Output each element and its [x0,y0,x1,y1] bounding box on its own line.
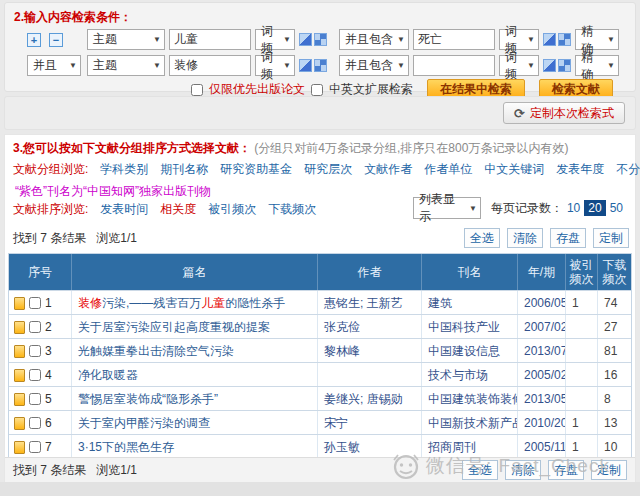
journal-link[interactable]: 中国建设信息 [428,344,500,358]
title-text: 关于室内甲醛污染的调查 [78,416,210,430]
add-condition-icon[interactable]: + [27,33,41,47]
journal-link[interactable]: 中国建筑装饰装修 [428,392,518,406]
result-title-link[interactable]: 净化取暖器 [78,368,138,382]
page-size-10[interactable]: 10 [567,201,580,215]
author-link[interactable]: 宋宁 [324,416,348,430]
expand-freq-icon[interactable] [299,59,312,72]
freq-select-2[interactable]: 词频▼ [255,55,295,76]
action-button-2[interactable]: 存盘 [550,228,586,248]
pinwheel-freq-icon[interactable] [558,33,571,46]
search-term-input-1[interactable] [169,29,251,50]
action-button-1[interactable]: 清除 [505,460,541,480]
sort-link-0[interactable]: 发表时间 [100,201,148,218]
pinwheel-freq-icon[interactable] [314,33,327,46]
row-number: 2 [45,315,52,338]
journal-link[interactable]: 技术与市场 [428,368,488,382]
action-button-1[interactable]: 清除 [507,228,543,248]
cn-en-extend-checkbox[interactable] [311,84,323,96]
group-link-5[interactable]: 作者单位 [424,161,472,178]
journal-link[interactable]: 招商周刊 [428,440,476,454]
freq-select-2b[interactable]: 词频▼ [499,55,539,76]
author-link[interactable]: 孙玉敏 [324,440,360,454]
document-icon[interactable] [14,417,25,430]
sort-link-1[interactable]: 相关度 [160,201,196,218]
row-checkbox[interactable] [29,321,41,333]
document-icon[interactable] [14,441,25,454]
result-row-2: 2关于居室污染应引起高度重视的提案张克俭中国科技产业2007/0227 [9,314,631,338]
author-link[interactable]: 惠铭生; 王新艺 [324,296,403,310]
document-icon[interactable] [14,369,25,382]
logic-select-2[interactable]: 并且▼ [27,55,81,76]
author-link[interactable]: 姜继兴; 唐锡勋 [324,392,403,406]
group-section-title: 3.您可以按如下文献分组排序方式选择文献： (分组只对前4万条记录分组,排序只在… [13,140,568,157]
document-icon[interactable] [14,345,25,358]
pinwheel-freq-icon[interactable] [558,59,571,72]
field-select-2[interactable]: 主题▼ [87,55,165,76]
action-button-0[interactable]: 全选 [464,228,500,248]
group-link-3[interactable]: 研究层次 [304,161,352,178]
result-title-link[interactable]: 关于室内甲醛污染的调查 [78,416,210,430]
search-term-input-2[interactable] [169,55,251,76]
customize-search-button[interactable]: ⟳ 定制本次检索式 [503,102,625,124]
match-select-2[interactable]: 精确▼ [575,55,619,76]
group-link-8[interactable]: 不分组 [616,161,640,178]
cited-count-cell [566,339,598,362]
priority-publish-checkbox[interactable] [191,84,203,96]
document-icon[interactable] [14,321,25,334]
row-checkbox[interactable] [29,297,41,309]
title-text: 污染,——残害百万 [102,296,201,310]
group-link-7[interactable]: 发表年度 [556,161,604,178]
freq-select-1[interactable]: 词频▼ [255,29,295,50]
search-term-input-1b[interactable] [413,29,495,50]
row-checkbox[interactable] [29,417,41,429]
journal-link[interactable]: 中国新技术新产品 [428,416,518,430]
result-title-link[interactable]: 3·15下的黑色生存 [78,440,174,454]
search-section-title: 2.输入内容检索条件： [14,9,132,26]
field-select-1[interactable]: 主题▼ [87,29,165,50]
chevron-down-icon: ▼ [69,61,77,70]
action-buttons-top: 全选清除存盘定制 [464,228,629,248]
freq-select-1b[interactable]: 词频▼ [499,29,539,50]
row-checkbox[interactable] [29,345,41,357]
action-button-0[interactable]: 全选 [462,460,498,480]
result-title-link[interactable]: 警惕居室装饰成“隐形杀手” [78,392,218,406]
expand-freq-icon[interactable] [299,33,312,46]
group-link-6[interactable]: 中文关键词 [484,161,544,178]
group-link-4[interactable]: 文献作者 [364,161,412,178]
match-select-1[interactable]: 精确▼ [575,29,619,50]
results-status-top: 找到 7 条结果 浏览1/1 全选清除存盘定制 [13,227,629,249]
group-link-2[interactable]: 研究资助基金 [220,161,292,178]
expand-freq-icon[interactable] [543,59,556,72]
result-title-link[interactable]: 光触媒重拳出击清除空气污染 [78,344,234,358]
group-link-0[interactable]: 学科类别 [100,161,148,178]
sort-link-3[interactable]: 下载频次 [268,201,316,218]
remove-condition-icon[interactable]: − [49,33,63,47]
expand-freq-icon[interactable] [543,33,556,46]
journal-link[interactable]: 建筑 [428,296,452,310]
group-link-1[interactable]: 期刊名称 [160,161,208,178]
display-mode-value: 列表显示 [419,191,466,225]
action-button-3[interactable]: 定制 [593,228,629,248]
document-icon[interactable] [14,297,25,310]
result-title-link[interactable]: 装修污染,——残害百万儿童的隐性杀手 [78,296,285,310]
result-title-link[interactable]: 关于居室污染应引起高度重视的提案 [78,320,270,334]
journal-link[interactable]: 中国科技产业 [428,320,500,334]
author-link[interactable]: 黎林峰 [324,344,360,358]
year-cell: 2007/02 [518,315,566,338]
search-term-input-2b[interactable] [413,55,495,76]
display-mode-select[interactable]: 列表显示▼ [413,197,481,219]
row-checkbox[interactable] [29,369,41,381]
pinwheel-freq-icon[interactable] [314,59,327,72]
cited-count-cell: 1 [566,291,598,314]
action-button-3[interactable]: 定制 [591,460,627,480]
document-icon[interactable] [14,393,25,406]
row-checkbox[interactable] [29,441,41,453]
relation-select-1[interactable]: 并且包含▼ [339,29,409,50]
action-button-2[interactable]: 存盘 [548,460,584,480]
author-link[interactable]: 张克俭 [324,320,360,334]
page-size-50[interactable]: 50 [610,201,623,215]
relation-select-2[interactable]: 并且包含▼ [339,55,409,76]
sort-link-2[interactable]: 被引频次 [208,201,256,218]
row-checkbox[interactable] [29,393,41,405]
page-size-20[interactable]: 20 [584,200,605,216]
